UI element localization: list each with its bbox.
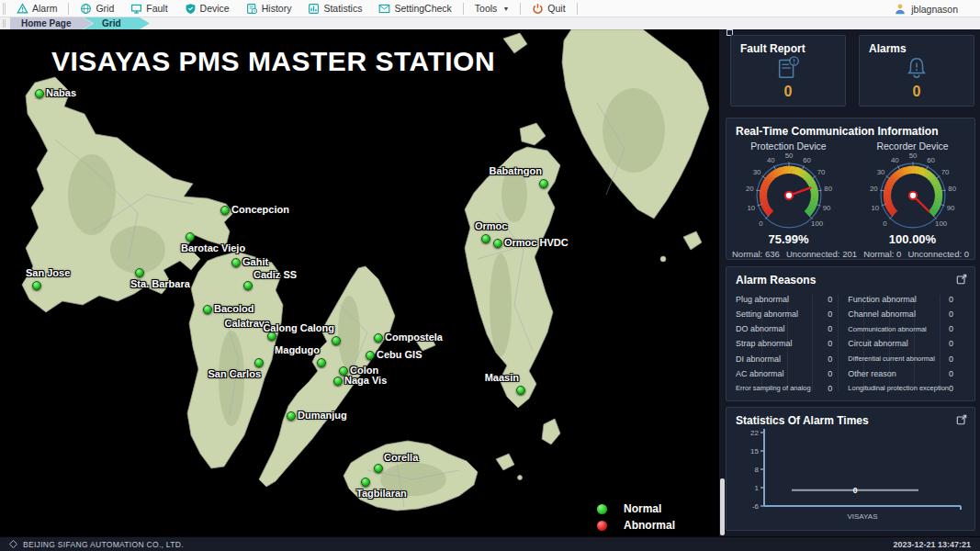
envelope-check-icon <box>378 3 390 15</box>
station-marker[interactable] <box>516 386 525 395</box>
grid-button-label: Grid <box>96 3 114 14</box>
statistics-button[interactable]: Statistics <box>299 0 370 17</box>
svg-text:-6: -6 <box>752 502 760 511</box>
station-marker[interactable] <box>481 234 490 243</box>
alarm-reason-label: Differential current abnormal <box>848 354 949 363</box>
station-marker[interactable] <box>493 239 502 248</box>
alarm-reason-label: Circuit abnormal <box>848 339 949 348</box>
expand-icon[interactable] <box>956 274 967 285</box>
station-marker[interactable] <box>32 281 41 290</box>
station-label: Ormoc <box>475 220 507 231</box>
svg-text:0: 0 <box>883 219 887 228</box>
station-marker[interactable] <box>231 258 241 267</box>
alarms-card[interactable]: Alarms 0 <box>859 35 974 107</box>
user-menu[interactable]: jblagnason <box>894 0 958 17</box>
toolbar-handle <box>3 3 4 15</box>
station-label: Nabas <box>46 87 76 98</box>
station-marker[interactable] <box>374 464 383 473</box>
station-label: Concepcion <box>231 204 289 215</box>
svg-text:20: 20 <box>869 185 877 193</box>
alarm-reason-label: Longitudinal protection exception <box>848 384 949 392</box>
station-label: Corella <box>384 452 418 463</box>
legend-abnormal-label: Abnormal <box>624 519 675 532</box>
fault-report-card[interactable]: Fault Report 0 <box>730 35 846 107</box>
station-marker[interactable] <box>135 268 144 277</box>
recorder-gauge-dial: 0102030405060708090100 <box>859 152 967 236</box>
user-icon <box>894 3 907 16</box>
device-button-label: Device <box>200 3 230 14</box>
station-label: Tagbilaran <box>356 488 407 499</box>
toolbar-separator <box>463 3 464 15</box>
abnormal-status-icon <box>597 521 607 531</box>
station-label: Compostela <box>385 332 443 343</box>
svg-text:60: 60 <box>803 156 811 164</box>
gauge-value: 100.00% <box>889 232 936 246</box>
station-marker[interactable] <box>203 305 212 314</box>
svg-text:70: 70 <box>817 168 825 176</box>
tabbar-handle <box>3 19 4 28</box>
station-marker[interactable] <box>366 351 375 360</box>
shield-icon <box>185 3 197 15</box>
map-view[interactable]: VISAYAS PMS MASTER STATION NabasSan Jose… <box>0 29 719 536</box>
alarm-reason-label: Error sampling of analog <box>736 384 828 392</box>
tab-home-page[interactable]: Home Page <box>10 17 93 29</box>
alarms-title: Alarms <box>860 36 907 55</box>
station-marker[interactable] <box>317 358 326 367</box>
quit-button[interactable]: Quit <box>524 0 573 17</box>
communication-stats: Normal: 636 Unconnected: 201 Normal: 0 U… <box>727 249 974 259</box>
station-marker[interactable] <box>333 377 343 386</box>
alarm-reasons-left-column: Plug abnormal0Setting abnormal0DO abnorm… <box>736 293 848 395</box>
station-marker[interactable] <box>243 281 253 290</box>
station-marker[interactable] <box>332 336 341 345</box>
alarm-reason-label: Channel abnormal <box>848 309 949 319</box>
station-label: San Jose <box>26 267 70 278</box>
toolbar-separator <box>577 3 578 15</box>
station-marker[interactable] <box>374 333 383 343</box>
station-marker[interactable] <box>539 179 548 188</box>
statistics-button-label: Statistics <box>323 3 362 14</box>
fault-button[interactable]: Fault <box>122 0 175 17</box>
chevron-down-icon: ▼ <box>502 6 509 12</box>
history-button[interactable]: History <box>238 0 300 17</box>
panel-scrollbar-thumb[interactable] <box>720 478 725 535</box>
alarm-reason-row: DO abnormal0 <box>736 324 844 333</box>
device-button[interactable]: Device <box>176 0 238 17</box>
alarm-reason-value: 0 <box>949 354 965 364</box>
alarm-reason-row: Circuit abnormal0 <box>848 339 965 348</box>
expand-icon[interactable] <box>956 414 967 425</box>
fault-report-icon <box>774 55 802 81</box>
island-biliran <box>520 123 546 145</box>
station-marker[interactable] <box>35 89 44 98</box>
alarm-reason-label: Other reason <box>848 369 949 378</box>
station-label: Bacolod <box>214 303 253 314</box>
svg-text:90: 90 <box>946 204 954 212</box>
svg-text:20: 20 <box>745 185 753 193</box>
station-marker[interactable] <box>287 411 296 421</box>
company-name: BEIJING SIFANG AUTOMATION CO., LTD. <box>23 540 184 549</box>
normal-status-icon <box>597 504 607 514</box>
station-marker[interactable] <box>254 358 264 367</box>
tab-grid[interactable]: Grid <box>84 17 150 29</box>
pms-application: Alarm Grid Fault Device History Statisti… <box>0 0 980 551</box>
alarm-button[interactable]: Alarm <box>8 0 65 17</box>
legend-row-abnormal: Abnormal <box>597 517 675 534</box>
statistics-icon <box>308 3 320 15</box>
protection-unconnected-count: Unconnected: 201 <box>786 249 857 259</box>
alarm-statistics-title: Statistics Of Alarm Times <box>727 408 974 427</box>
station-label: Magdugo <box>275 344 320 355</box>
alarm-reason-value: 0 <box>828 324 844 333</box>
station-marker[interactable] <box>220 206 230 215</box>
alarm-reasons-card: Alarm Reasons Plug abnormal0Setting abno… <box>726 266 975 401</box>
grid-button[interactable]: Grid <box>72 0 122 17</box>
settingcheck-button[interactable]: SettingCheck <box>370 0 459 17</box>
alarm-reason-label: Function abnormal <box>848 295 949 304</box>
station-marker[interactable] <box>186 232 195 242</box>
gauge-name: Recorder Device <box>876 141 948 152</box>
svg-text:15: 15 <box>750 447 759 455</box>
station-marker[interactable] <box>361 478 370 487</box>
alarm-reason-value: 0 <box>949 309 965 319</box>
islet <box>683 231 702 250</box>
svg-text:8: 8 <box>755 466 760 474</box>
tools-dropdown[interactable]: Tools ▼ <box>467 0 517 17</box>
recorder-device-gauge: Recorder Device 0102030405060708090100 1… <box>850 140 974 246</box>
